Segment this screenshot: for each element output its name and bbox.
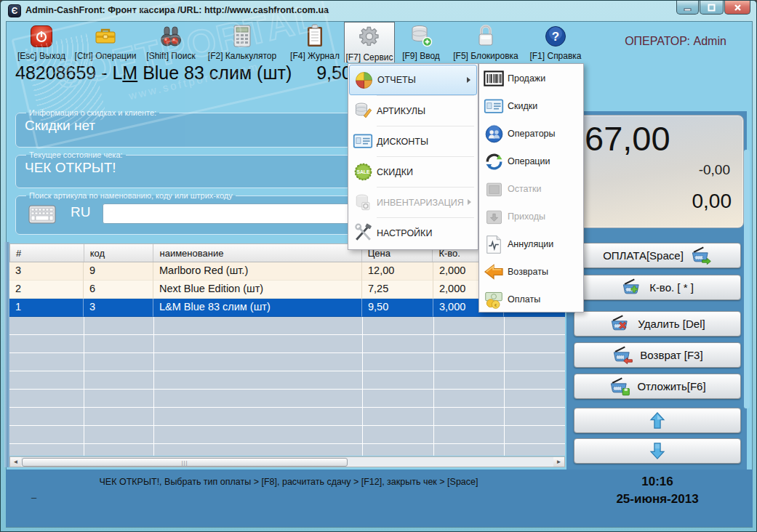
- toolbar-button-input[interactable]: [F9] Ввод: [398, 23, 444, 61]
- toolbar-button-lock[interactable]: [F5] Блокировка: [447, 23, 524, 61]
- discount-card-icon: [349, 132, 377, 150]
- box-icon: [480, 180, 508, 198]
- scroll-right-arrow[interactable]: ►: [553, 457, 564, 467]
- return-arrow-icon: [480, 263, 508, 281]
- submenu-item-annulments[interactable]: Аннуляции: [480, 230, 582, 258]
- clock-time: 10:16: [574, 475, 741, 489]
- current-item-line: 48208659 - LM Blue 83 слим (шт)9,50 x: [15, 63, 366, 84]
- menu-item-inventory[interactable]: ИНВЕНТАРИЗАЦИЯ: [349, 187, 477, 217]
- scroll-up-button[interactable]: [574, 408, 741, 433]
- discount-card-icon: [480, 97, 508, 115]
- arrow-down-icon: [648, 441, 667, 461]
- pulse-document-icon: [480, 235, 508, 254]
- service-menu: ОТЧЕТЫ АРТИКУЛЫ ДИСКОНТЫ SALE СКИДКИ И: [348, 63, 478, 250]
- menu-item-discounts[interactable]: SALE СКИДКИ: [349, 156, 477, 187]
- minimize-icon: [684, 4, 692, 11]
- reports-submenu: Продажи Скидки Операторы Операции Остатк…: [478, 63, 584, 313]
- table-left-edge: [4, 242, 9, 467]
- close-button[interactable]: [724, 1, 750, 15]
- clock-date: 25-июня-2013: [574, 492, 741, 507]
- discount-amount: -0,00: [699, 162, 730, 178]
- menu-item-articles[interactable]: АРТИКУЛЫ: [349, 95, 477, 126]
- arrow-up-icon: [648, 411, 667, 430]
- submenu-item-discounts[interactable]: Скидки: [480, 92, 582, 120]
- submenu-item-leftovers[interactable]: Остатки: [480, 175, 582, 203]
- submenu-item-returns[interactable]: Возвраты: [480, 258, 582, 286]
- title-bar[interactable]: Є Admin-CashFront: Фронт кассира /URL: h…: [1, 1, 757, 21]
- app-window: Є Admin-CashFront: Фронт кассира /URL: h…: [0, 0, 757, 532]
- menu-item-discount-cards[interactable]: ДИСКОНТЫ: [349, 126, 477, 156]
- box-down-arrow-icon: [480, 208, 508, 226]
- submenu-item-sales[interactable]: Продажи: [480, 65, 582, 92]
- submenu-arrow-icon: [468, 199, 471, 205]
- database-edit-icon: [349, 101, 377, 121]
- submenu-item-operators[interactable]: Операторы: [480, 120, 582, 148]
- submenu-item-payments[interactable]: € Оплаты: [480, 286, 582, 313]
- status-message: ЧЕК ОТКРЫТ!, Выбрать тип оплаты > [F8], …: [15, 477, 562, 487]
- column-header-name: наименование: [153, 244, 361, 262]
- journal-icon: [305, 23, 324, 47]
- toolbar-button-help[interactable]: ? [F1] Справка: [527, 23, 584, 61]
- toolbar-button-service[interactable]: [F7] Сервис: [344, 22, 395, 63]
- basket-return-icon: [612, 346, 633, 365]
- operators-icon: [480, 124, 508, 144]
- refund-button[interactable]: Возврат [F3]: [574, 342, 741, 368]
- toolbar-button-operations[interactable]: [Ctrl] Операции: [72, 23, 139, 61]
- lock-icon: [476, 23, 496, 47]
- search-group-label: Поиск артикула по наменованию, коду или …: [26, 191, 236, 200]
- column-header-code: код: [84, 244, 154, 262]
- toolbar-button-calculator[interactable]: [F2] Калькулятор: [204, 23, 280, 61]
- totals-panel: 67,00 -0,00 0,00: [575, 115, 744, 228]
- change-amount: 0,00: [692, 190, 732, 213]
- vertical-scrollbar[interactable]: [744, 150, 750, 408]
- column-header-num: #: [10, 244, 84, 262]
- discount-info-label: Информация о скидках и клиенте:: [26, 108, 159, 117]
- sale-badge-icon: SALE: [349, 162, 377, 182]
- window-title: Admin-CashFront: Фронт кассира /URL: htt…: [25, 5, 329, 15]
- delete-button[interactable]: Удалить [Del]: [574, 311, 741, 336]
- maximize-icon: [708, 4, 716, 12]
- keyboard-language-indicator: RU: [71, 204, 90, 220]
- money-icon: €: [480, 290, 508, 309]
- power-icon: [31, 23, 52, 47]
- calculator-icon: [233, 23, 252, 47]
- table-empty-area: [9, 317, 565, 456]
- basket-remove-icon: [609, 315, 631, 334]
- submenu-item-receipts[interactable]: Приходы: [480, 203, 582, 230]
- basket-save-icon: [609, 377, 630, 396]
- scroll-left-arrow[interactable]: ◄: [10, 457, 21, 467]
- submenu-item-operations[interactable]: Операции: [480, 148, 582, 175]
- pay-button[interactable]: ОПЛАТА[Space]: [574, 243, 741, 268]
- help-icon: ?: [545, 23, 566, 47]
- basket-arrow-right-icon: [690, 246, 712, 265]
- sync-arrows-icon: [480, 152, 508, 172]
- scrollbar-thumb[interactable]: |||: [22, 458, 348, 467]
- barcode-icon: [480, 70, 508, 87]
- toolbar-button-journal[interactable]: [F4] Журнал: [284, 23, 345, 61]
- close-icon: [734, 4, 742, 12]
- gear-icon: [358, 24, 381, 48]
- operator-label: ОПЕРАТОР: Admin: [604, 35, 747, 48]
- svg-text:?: ?: [552, 30, 559, 44]
- app-icon: Є: [8, 4, 21, 17]
- scroll-down-button[interactable]: [574, 438, 741, 464]
- keyboard-icon[interactable]: [28, 205, 56, 227]
- menu-item-reports[interactable]: ОТЧЕТЫ: [349, 65, 477, 95]
- status-dash: –: [31, 492, 36, 503]
- binoculars-icon: [159, 23, 183, 47]
- quantity-button[interactable]: К-во. [ * ]: [574, 275, 741, 300]
- total-amount: 67,00: [585, 118, 670, 158]
- tools-icon: [349, 223, 377, 243]
- horizontal-scrollbar[interactable]: ◄ ||| ►: [9, 456, 565, 467]
- toolbox-icon: [94, 23, 117, 47]
- toolbar-button-search[interactable]: [Shift] Поиск: [140, 23, 201, 61]
- toolbar-button-exit[interactable]: [Esc] Выход: [11, 23, 72, 61]
- basket-plus-icon: [621, 278, 643, 297]
- svg-text:SALE: SALE: [356, 169, 370, 174]
- minimize-button[interactable]: [676, 1, 699, 15]
- menu-item-settings[interactable]: НАСТРОЙКИ: [349, 217, 477, 248]
- maximize-button[interactable]: [700, 1, 724, 15]
- hold-button[interactable]: Отложить[F6]: [574, 374, 741, 399]
- pie-chart-icon: [350, 70, 377, 90]
- database-search-icon: [349, 193, 377, 212]
